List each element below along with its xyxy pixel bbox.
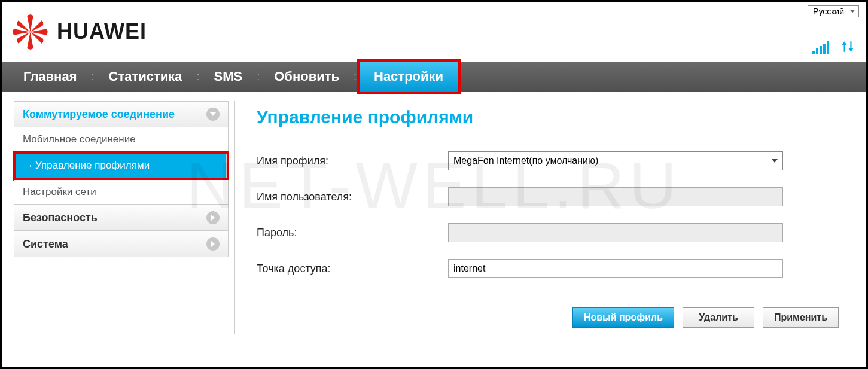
apply-button[interactable]: Применить	[763, 307, 839, 328]
input-apn[interactable]	[448, 259, 783, 278]
language-value: Русский	[813, 7, 844, 16]
label-apn: Точка доступа:	[257, 263, 448, 275]
select-profile-name-value: MegaFon Internet(по умолчанию)	[453, 155, 598, 166]
huawei-logo-icon	[11, 13, 50, 51]
label-password: Пароль:	[257, 227, 448, 239]
input-username[interactable]	[448, 187, 783, 206]
content: Коммутируемое соединение Мобильное соеди…	[2, 92, 866, 343]
sidebar-section-dialup[interactable]: Коммутируемое соединение	[14, 101, 229, 127]
sidebar-item-profiles[interactable]: Управление профилями	[16, 154, 227, 178]
sidebar-section-system[interactable]: Система	[14, 231, 229, 257]
brand-text: HUAWEI	[57, 19, 147, 44]
button-row: Новый профиль Удалить Применить	[257, 307, 839, 328]
row-apn: Точка доступа:	[257, 259, 839, 278]
page-title: Управление профилями	[257, 107, 839, 127]
new-profile-button[interactable]: Новый профиль	[572, 307, 674, 328]
sidebar-item-network[interactable]: Настройки сети	[14, 180, 229, 205]
row-username: Имя пользователя:	[257, 187, 839, 206]
nav-settings-highlight: Настройки	[357, 59, 461, 94]
sidebar-item-profiles-label: Управление профилями	[35, 160, 150, 172]
sidebar-section-system-label: Система	[23, 238, 68, 251]
updown-arrows-icon	[840, 39, 855, 54]
chevron-down-icon	[206, 108, 220, 121]
row-profile-name: Имя профиля: MegaFon Internet(по умолчан…	[257, 151, 839, 170]
select-profile-name[interactable]: MegaFon Internet(по умолчанию)	[448, 151, 783, 170]
signal-icon	[812, 41, 829, 54]
sidebar-section-security[interactable]: Безопасность	[14, 205, 229, 231]
sidebar: Коммутируемое соединение Мобильное соеди…	[8, 101, 235, 334]
language-select[interactable]: Русский	[808, 5, 859, 17]
nav-sms[interactable]: SMS	[200, 62, 257, 92]
nav-settings[interactable]: Настройки	[360, 62, 458, 92]
label-profile-name: Имя профиля:	[257, 155, 448, 167]
nav-stats[interactable]: Статистика	[95, 62, 197, 92]
logo-area: HUAWEI	[11, 13, 147, 51]
header: HUAWEI Русский	[2, 2, 866, 62]
chevron-right-icon	[206, 237, 220, 251]
nav-home[interactable]: Главная	[9, 62, 91, 92]
sidebar-section-dialup-label: Коммутируемое соединение	[23, 108, 175, 121]
divider	[257, 295, 839, 295]
main-panel: Управление профилями Имя профиля: MegaFo…	[235, 101, 860, 334]
delete-button[interactable]: Удалить	[683, 307, 754, 328]
nav-update[interactable]: Обновить	[260, 62, 354, 92]
sidebar-item-mobile[interactable]: Мобильное соединение	[14, 127, 229, 152]
label-username: Имя пользователя:	[257, 191, 448, 203]
chevron-right-icon	[206, 211, 220, 224]
status-icons	[812, 39, 855, 54]
sidebar-section-security-label: Безопасность	[23, 212, 98, 224]
input-password[interactable]	[448, 223, 783, 242]
row-password: Пароль:	[257, 223, 839, 242]
sidebar-item-profiles-highlight: Управление профилями	[13, 151, 229, 181]
navbar: Главная : Статистика : SMS : Обновить : …	[2, 62, 866, 92]
